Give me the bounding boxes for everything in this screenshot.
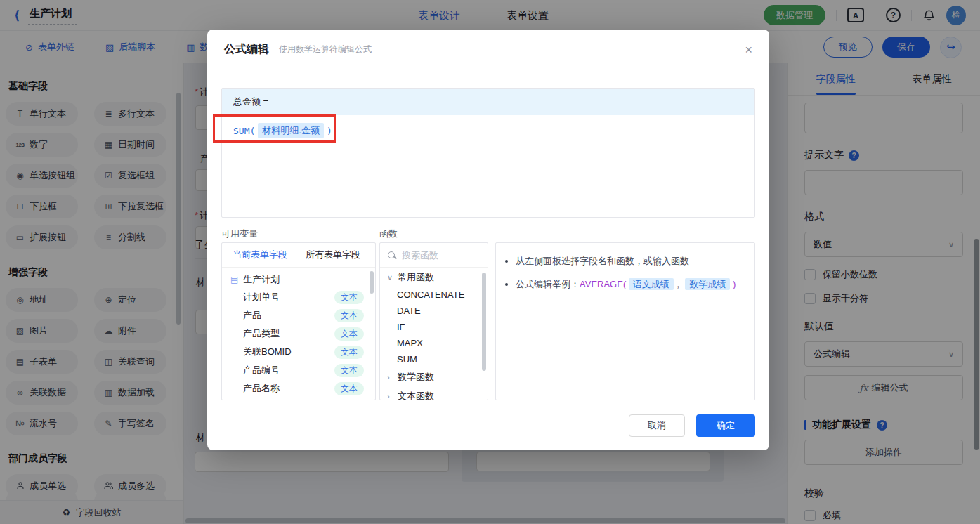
function-search (380, 243, 488, 268)
function-search-input[interactable] (400, 249, 471, 261)
variable-row[interactable]: 产品文本 (222, 306, 375, 325)
tip-example: 公式编辑举例：AVERAGE( 语文成绩， 数学成绩 ) (516, 277, 749, 292)
group-label: 文本函数 (398, 390, 434, 400)
search-icon (388, 251, 395, 258)
variable-name: 产品编号 (243, 364, 280, 376)
form-designer-app: ⟨ 生产计划 表单设计 表单设置 数据管理 A ? 检 ⊘ 表单外链 ▨ (0, 0, 980, 524)
example-field-chip: 数学成绩 (685, 278, 730, 290)
modal-header: 公式编辑 使用数学运算符编辑公式 × (207, 30, 769, 70)
function-item-mapx[interactable]: MAPX (380, 335, 488, 351)
formula-function: SUM( (233, 126, 255, 136)
example-field-chip: 语文成绩 (629, 278, 674, 290)
tips-panel: 从左侧面板选择字段名和函数，或输入函数 公式编辑举例：AVERAGE( 语文成绩… (495, 242, 755, 400)
type-badge: 文本 (334, 291, 364, 304)
example-paren: ) (733, 279, 736, 289)
formula-paren: ) (327, 126, 332, 136)
variable-row[interactable]: 关联BOMID文本 (222, 343, 375, 361)
function-group-common[interactable]: ∨ 常用函数 (380, 268, 488, 287)
type-badge: 文本 (334, 309, 364, 322)
formula-expression[interactable]: SUM( 材料明细.金额 ) (222, 115, 754, 146)
modal-footer: 取消 确定 (629, 414, 755, 437)
variable-tree-root[interactable]: ▤ 生产计划 (222, 268, 375, 288)
functions-label: 函数 (379, 228, 398, 240)
variable-name: 关联BOMID (243, 346, 292, 358)
tab-all-form-fields[interactable]: 所有表单字段 (306, 249, 360, 261)
variable-name: 产品类型 (243, 327, 280, 340)
variable-row[interactable]: 计划单号文本 (222, 288, 375, 306)
confirm-button[interactable]: 确定 (696, 414, 755, 437)
example-function: AVERAGE( (580, 279, 626, 289)
chevron-right-icon: › (387, 392, 393, 400)
variable-row[interactable]: 产品名称文本 (222, 379, 375, 398)
cancel-button[interactable]: 取消 (629, 414, 685, 437)
function-item-concatenate[interactable]: CONCATENATE (380, 287, 488, 303)
function-group-text[interactable]: › 文本函数 (380, 386, 488, 400)
function-item-if[interactable]: IF (380, 319, 488, 335)
variable-name: 产品 (243, 309, 261, 322)
type-badge: 文本 (334, 382, 364, 395)
document-icon: ▤ (230, 275, 238, 284)
formula-editor[interactable]: 总金额 = SUM( 材料明细.金额 ) (221, 88, 755, 218)
variable-row[interactable]: 产品类型文本 (222, 325, 375, 343)
function-item-sum[interactable]: SUM (380, 351, 488, 367)
modal-title: 公式编辑 (224, 42, 269, 57)
formula-field-chip[interactable]: 材料明细.金额 (258, 123, 324, 138)
tip-line: 从左侧面板选择字段名和函数，或输入函数 (516, 254, 749, 268)
functions-panel: ∨ 常用函数 CONCATENATE DATE IF MAPX SUM › 数学… (379, 242, 488, 400)
variables-tabs: 当前表单字段 所有表单字段 (222, 243, 375, 268)
function-group-math[interactable]: › 数学函数 (380, 367, 488, 386)
type-badge: 文本 (334, 364, 364, 377)
group-label: 常用函数 (398, 271, 434, 284)
variable-row[interactable]: 产品编号文本 (222, 361, 375, 379)
close-icon[interactable]: × (745, 44, 752, 56)
variables-scrollbar[interactable] (370, 271, 374, 294)
formula-edit-modal: 公式编辑 使用数学运算符编辑公式 × 总金额 = SUM( 材料明细.金额 ) … (207, 30, 769, 450)
function-item-date[interactable]: DATE (380, 303, 488, 319)
formula-target: 总金额 = (222, 89, 754, 115)
type-badge: 文本 (334, 346, 364, 359)
variable-name: 产品名称 (243, 382, 280, 395)
variables-panel: 当前表单字段 所有表单字段 ▤ 生产计划 计划单号文本 产品文本 产品类型文本 … (221, 242, 376, 400)
tab-current-form-fields[interactable]: 当前表单字段 (233, 249, 287, 261)
chevron-right-icon: › (387, 373, 393, 381)
variable-name: 计划单号 (243, 291, 280, 303)
functions-scrollbar[interactable] (482, 273, 486, 371)
group-label: 数学函数 (398, 371, 434, 384)
variables-label: 可用变量 (221, 228, 258, 240)
type-badge: 文本 (334, 327, 364, 341)
chevron-down-icon: ∨ (387, 273, 393, 282)
root-label: 生产计划 (243, 273, 280, 286)
modal-subtitle: 使用数学运算符编辑公式 (279, 44, 372, 55)
